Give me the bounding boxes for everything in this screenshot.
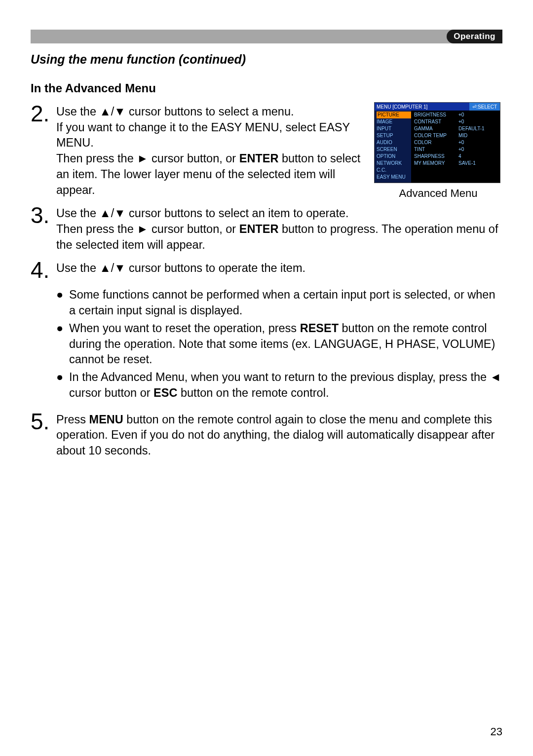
bullet-icon: ● bbox=[56, 287, 69, 318]
menu-left-item: INPUT bbox=[377, 125, 411, 132]
menu-left-item: EASY MENU bbox=[377, 174, 411, 181]
menu-left-item: NETWORK bbox=[377, 160, 411, 167]
step-body: Use the ▲/▼ cursor buttons to select a m… bbox=[56, 102, 364, 198]
header-category: Operating bbox=[447, 30, 502, 43]
step-text: Use the ▲/▼ cursor buttons to select a m… bbox=[56, 105, 294, 118]
menu-left-column: PICTURE IMAGE INPUT SETUP AUDIO SCREEN O… bbox=[375, 111, 411, 183]
enter-label: ENTER bbox=[239, 152, 279, 165]
menu-label: MENU bbox=[89, 413, 123, 426]
header-bar: Operating bbox=[31, 30, 502, 43]
menu-val: +0 bbox=[458, 139, 464, 146]
step-text: If you want to change it to the EASY MEN… bbox=[56, 121, 350, 150]
menu-left-item: AUDIO bbox=[377, 139, 411, 146]
menu-key: BRIGHTNESS bbox=[414, 112, 458, 118]
menu-val: +0 bbox=[458, 146, 464, 153]
menu-key: SHARPNESS bbox=[414, 153, 458, 160]
step-2: 2. Use the ▲/▼ cursor buttons to select … bbox=[31, 102, 364, 198]
bullet-icon: ● bbox=[56, 321, 69, 368]
menu-val: 4 bbox=[458, 153, 461, 160]
step-4: 4. Use the ▲/▼ cursor buttons to operate… bbox=[31, 259, 502, 281]
step-number: 5. bbox=[31, 410, 56, 433]
menu-left-item: C.C. bbox=[377, 167, 411, 174]
menu-key: COLOR bbox=[414, 139, 458, 146]
menu-right-column: BRIGHTNESS+0 CONTRAST+0 GAMMADEFAULT-1 C… bbox=[411, 111, 500, 183]
menu-left-item: SCREEN bbox=[377, 146, 411, 153]
step-body: Use the ▲/▼ cursor buttons to select an … bbox=[56, 204, 502, 253]
step-number: 3. bbox=[31, 204, 56, 227]
subsection-title: In the Advanced Menu bbox=[31, 81, 502, 95]
menu-header-right: ⏎:SELECT bbox=[469, 103, 500, 111]
menu-key: CONTRAST bbox=[414, 118, 458, 125]
bullet-item: ● When you want to reset the operation, … bbox=[56, 321, 502, 368]
menu-key: TINT bbox=[414, 146, 458, 153]
bullet-item: ● Some functions cannot be performed whe… bbox=[56, 287, 502, 318]
bullet-icon: ● bbox=[56, 370, 69, 401]
bullet-text: Some functions cannot be performed when … bbox=[69, 287, 502, 318]
step-body: Use the ▲/▼ cursor buttons to operate th… bbox=[56, 259, 305, 276]
menu-val: SAVE-1 bbox=[458, 160, 476, 167]
bullet-text: In the Advanced Menu, when you want to r… bbox=[69, 370, 502, 401]
enter-label: ENTER bbox=[239, 223, 279, 235]
bullet-item: ● In the Advanced Menu, when you want to… bbox=[56, 370, 502, 401]
menu-val: +0 bbox=[458, 112, 464, 118]
bullet-span: button on the remote control. bbox=[177, 386, 329, 399]
step-text: Use the ▲/▼ cursor buttons to operate th… bbox=[56, 262, 305, 274]
section-title: Using the menu function (continued) bbox=[31, 52, 502, 67]
step-text: Then press the ► cursor button, or bbox=[56, 152, 239, 165]
menu-header-left: MENU [COMPUTER 1] bbox=[375, 104, 469, 110]
esc-label: ESC bbox=[153, 386, 177, 399]
step-number: 2. bbox=[31, 102, 56, 125]
menu-left-item: IMAGE bbox=[377, 118, 411, 125]
step-text: Use the ▲/▼ cursor buttons to select an … bbox=[56, 207, 349, 220]
step-body: Press MENU button on the remote control … bbox=[56, 410, 502, 459]
menu-val: MID bbox=[458, 132, 467, 139]
bullet-list: ● Some functions cannot be performed whe… bbox=[56, 287, 502, 401]
step-5: 5. Press MENU button on the remote contr… bbox=[31, 410, 502, 459]
menu-left-item: PICTURE bbox=[377, 112, 412, 118]
page-number: 23 bbox=[491, 725, 502, 738]
menu-left-item: OPTION bbox=[377, 153, 411, 160]
menu-left-item: SETUP bbox=[377, 132, 411, 139]
menu-key: MY MEMORY bbox=[414, 160, 458, 167]
step-number: 4. bbox=[31, 259, 56, 281]
bullet-span: When you want to reset the operation, pr… bbox=[69, 322, 300, 335]
menu-key: GAMMA bbox=[414, 125, 458, 132]
menu-key: COLOR TEMP bbox=[414, 132, 458, 139]
reset-label: RESET bbox=[300, 322, 339, 335]
menu-val: +0 bbox=[458, 118, 464, 125]
menu-val: DEFAULT-1 bbox=[458, 125, 485, 132]
figure-caption: Advanced Menu bbox=[374, 187, 502, 200]
bullet-text: When you want to reset the operation, pr… bbox=[69, 321, 502, 368]
step-text: Then press the ► cursor button, or bbox=[56, 223, 239, 235]
step-3: 3. Use the ▲/▼ cursor buttons to select … bbox=[31, 204, 502, 253]
step-text: Press bbox=[56, 413, 89, 426]
advanced-menu-figure: MENU [COMPUTER 1] ⏎:SELECT PICTURE IMAGE… bbox=[374, 102, 500, 183]
